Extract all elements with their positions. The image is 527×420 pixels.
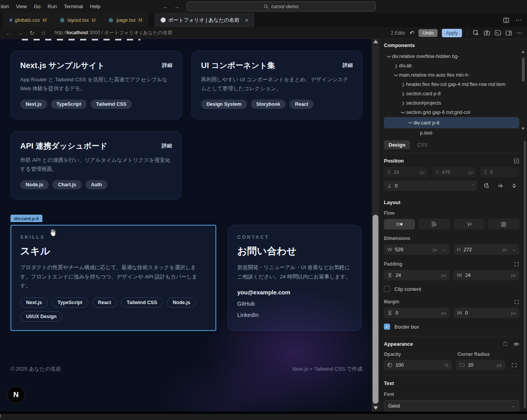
height-input[interactable]: H272px⌄: [453, 244, 519, 255]
checkbox-checked-icon[interactable]: ✓: [384, 324, 390, 330]
menu-item-selection[interactable]: tion: [0, 4, 12, 9]
rotate-90-icon[interactable]: [481, 181, 491, 191]
reload-icon[interactable]: ↻: [30, 30, 35, 37]
browser-back-icon[interactable]: ←: [5, 30, 11, 36]
more-actions-icon[interactable]: ⋯: [515, 16, 522, 24]
tab-globals-css[interactable]: # globals.css M: [3, 13, 53, 27]
email-link[interactable]: you@example.com: [237, 289, 352, 296]
bookmark-star-icon[interactable]: ☆: [41, 30, 46, 37]
page-scrollbar[interactable]: [371, 39, 379, 411]
margin-horizontal-input[interactable]: 0px: [453, 308, 519, 318]
tree-item[interactable]: ❯section.card p-8: [384, 89, 519, 98]
visibility-eye-icon[interactable]: [513, 342, 519, 346]
panel-scrollbar[interactable]: [524, 141, 526, 408]
margin-vertical-input[interactable]: 0px: [384, 308, 450, 318]
history-back-icon[interactable]: ←: [163, 3, 168, 10]
close-tab-icon[interactable]: ×: [245, 17, 248, 23]
tree-item[interactable]: p.text-: [384, 128, 519, 138]
individual-corners-icon[interactable]: [509, 360, 519, 370]
browser-forward-icon[interactable]: →: [18, 30, 23, 36]
menu-item-terminal[interactable]: Terminal: [60, 4, 86, 9]
status-text: 0: [0, 413, 1, 419]
chevron-down-icon[interactable]: ❯: [408, 120, 413, 126]
address-bar[interactable]: http://localhost:3000 / ポートフォリオ | あなたの名前: [54, 30, 172, 36]
flow-vertical-button[interactable]: [418, 219, 450, 229]
split-editor-icon[interactable]: [503, 18, 509, 23]
element-select-icon[interactable]: [473, 30, 479, 36]
chevron-right-icon[interactable]: ❯: [393, 64, 399, 68]
console-icon[interactable]: [494, 30, 501, 36]
apply-button[interactable]: Apply: [442, 29, 462, 37]
tab-browser-preview[interactable]: ポートフォリオ | あなたの名前 ×: [154, 13, 255, 27]
github-link[interactable]: GitHub: [237, 301, 352, 307]
tab-design[interactable]: Design: [384, 140, 410, 149]
position-z-input[interactable]: Z0: [480, 167, 519, 177]
chevron-down-icon[interactable]: ❯: [394, 72, 398, 78]
flip-vertical-icon[interactable]: [509, 181, 519, 191]
padding-vertical-input[interactable]: 24px: [384, 270, 450, 280]
command-search-input[interactable]: cursor-demo: [187, 2, 376, 11]
tab-css[interactable]: CSS: [412, 140, 432, 149]
tab-layout-tsx[interactable]: layout.tsx M: [53, 13, 102, 27]
menu-item-run[interactable]: Run: [44, 4, 60, 9]
screenshot-camera-icon[interactable]: [483, 30, 490, 36]
history-forward-icon[interactable]: →: [174, 3, 180, 10]
tree-item[interactable]: ❯div.ab: [384, 61, 519, 70]
rotation-angle-input[interactable]: ∠ 0 °: [384, 180, 477, 191]
tree-item[interactable]: ❯section#projects: [384, 98, 519, 108]
tree-item[interactable]: ❯section.grid gap-6 md:grid-col: [384, 108, 519, 117]
flow-wrap-button[interactable]: [453, 219, 485, 229]
toggle-panel-icon[interactable]: [505, 30, 512, 36]
scroll-up-icon[interactable]: [522, 51, 525, 53]
font-family-select[interactable]: Geist ⌄: [384, 400, 519, 411]
width-input[interactable]: W529px⌄: [384, 244, 450, 255]
flow-grid-button[interactable]: [488, 219, 519, 229]
flow-horizontal-button[interactable]: [384, 219, 415, 229]
contact-card[interactable]: CONTACT お問い合わせ 新規開発・リニューアル・UI 改善などお気軽にご相…: [228, 225, 362, 331]
chevron-down-icon[interactable]: ❯: [401, 110, 405, 116]
project-card-api-dashboard[interactable]: API 連携ダッシュボード 詳細 外部 API との連携を行い、リアルタイムなメ…: [11, 131, 182, 200]
undo-arrow-icon[interactable]: ↶: [410, 30, 415, 37]
more-tools-icon[interactable]: ⋯: [516, 29, 522, 37]
opacity-input[interactable]: 100%: [384, 360, 452, 370]
undo-button[interactable]: Undo: [418, 29, 438, 37]
border-box-checkbox[interactable]: ✓ Border box: [384, 324, 519, 330]
effects-icon[interactable]: [503, 341, 508, 346]
project-card-ui-components[interactable]: UI コンポーネント集 詳細 再利用しやすい UI コンポーネントをまとめ、デザ…: [191, 51, 362, 119]
checkbox-unchecked-icon[interactable]: [384, 286, 390, 292]
scroll-up-icon[interactable]: [373, 40, 378, 43]
padding-horizontal-input[interactable]: 24px: [453, 270, 519, 280]
skills-card-selected[interactable]: SKILLS スキル プロダクトの性質やチーム構成に応じて、最適な技術スタックを…: [11, 225, 216, 331]
detail-link[interactable]: 詳細: [162, 142, 172, 149]
menu-item-go[interactable]: Go: [30, 4, 44, 9]
anchor-position-icon[interactable]: [514, 158, 519, 164]
card-description: App Router と Tailwind CSS を活用した高速でアクセシブル…: [20, 75, 172, 93]
menu-item-help[interactable]: Help: [86, 4, 104, 9]
detail-link[interactable]: 詳細: [343, 62, 353, 69]
flip-horizontal-icon[interactable]: [495, 181, 505, 191]
tree-item[interactable]: ❯main.relative mx-auto flex min-h-: [384, 70, 519, 80]
tab-page-tsx[interactable]: page.tsx M: [102, 13, 148, 27]
scroll-down-icon[interactable]: [373, 406, 378, 410]
tree-item[interactable]: ❯header.flex flex-col gap-4 md:flex-row …: [384, 80, 519, 89]
chevron-right-icon[interactable]: ❯: [400, 92, 406, 96]
scroll-down-icon[interactable]: [522, 128, 525, 130]
position-x-input[interactable]: X24px: [384, 167, 428, 177]
nextjs-logo-avatar[interactable]: N: [7, 386, 25, 404]
linkedin-link[interactable]: LinkedIn: [237, 312, 352, 318]
detail-link[interactable]: 詳細: [162, 62, 172, 69]
menu-item-view[interactable]: View: [12, 4, 30, 9]
expand-sides-icon[interactable]: [514, 262, 519, 267]
clip-content-checkbox[interactable]: Clip content: [384, 286, 519, 292]
chevron-right-icon[interactable]: ❯: [400, 82, 406, 87]
scrollbar-thumb[interactable]: [522, 58, 525, 82]
tree-item[interactable]: ❯div.relative overflow-hidden bg-: [384, 52, 519, 61]
project-card-nextjs-sample[interactable]: Next.js サンプルサイト 詳細 App Router と Tailwind…: [11, 51, 182, 119]
expand-sides-icon[interactable]: [514, 299, 519, 304]
corner-radius-input[interactable]: 20px: [456, 360, 505, 370]
chevron-right-icon[interactable]: ❯: [400, 101, 406, 105]
scrollbar-thumb[interactable]: [373, 215, 378, 404]
chevron-down-icon[interactable]: ❯: [387, 54, 391, 60]
tree-item-selected[interactable]: ❯div.card p-6: [384, 117, 519, 128]
position-y-input[interactable]: Y478px: [432, 167, 476, 177]
